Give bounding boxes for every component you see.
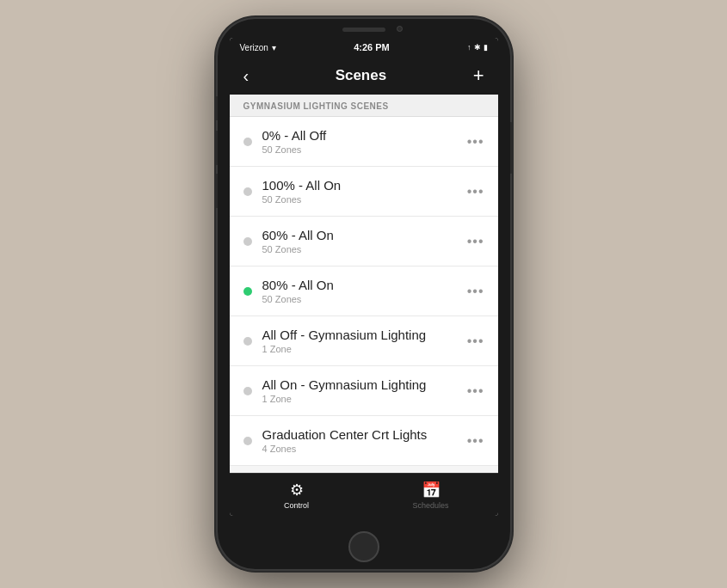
scene-item[interactable]: All On - Gymnasium Lighting1 Zone••• — [230, 366, 498, 416]
home-button[interactable] — [348, 531, 379, 562]
schedules-icon: 📅 — [422, 481, 441, 499]
scene-status-dot — [243, 187, 252, 196]
scene-item[interactable]: 60% - All On50 Zones••• — [230, 217, 498, 266]
status-bar: Verizon ▾ 4:26 PM ↑ ✱ ▮ — [230, 38, 498, 57]
status-right: ↑ ✱ ▮ — [467, 43, 488, 52]
tab-schedules[interactable]: 📅 Schedules — [364, 474, 498, 516]
scenes-content: GYMNASIUM LIGHTING SCENES 0% - All Off50… — [230, 95, 498, 473]
scene-more-button[interactable]: ••• — [460, 334, 484, 349]
scene-more-button[interactable]: ••• — [460, 433, 484, 449]
scene-name: All Off - Gymnasium Lighting — [262, 328, 460, 342]
scene-status-dot — [243, 387, 252, 395]
phone-frame: Verizon ▾ 4:26 PM ↑ ✱ ▮ ‹ Scenes + GYMNA… — [218, 19, 510, 569]
volume-up-button — [215, 131, 218, 165]
scene-status-dot — [243, 237, 252, 246]
scene-more-button[interactable]: ••• — [460, 184, 484, 199]
add-button[interactable]: + — [473, 64, 484, 87]
scene-info: 100% - All On50 Zones — [262, 178, 460, 205]
scene-item[interactable]: 0% - All Off50 Zones••• — [230, 117, 498, 167]
power-button — [510, 122, 513, 174]
tab-control-label: Control — [284, 501, 309, 510]
scene-info: All On - Gymnasium Lighting1 Zone — [262, 377, 460, 404]
nav-title: Scenes — [336, 67, 387, 84]
scene-item[interactable]: 100% - All On50 Zones••• — [230, 167, 498, 217]
scene-name: 100% - All On — [262, 178, 460, 193]
carrier-label: Verizon — [240, 43, 268, 52]
scene-zones: 50 Zones — [262, 144, 460, 155]
phone-screen: Verizon ▾ 4:26 PM ↑ ✱ ▮ ‹ Scenes + GYMNA… — [230, 38, 498, 516]
scene-more-button[interactable]: ••• — [460, 383, 484, 399]
scene-info: 60% - All On50 Zones — [262, 228, 460, 254]
tab-bar: ⚙ Control 📅 Schedules — [230, 473, 498, 516]
scene-zones: 4 Zones — [262, 444, 460, 454]
location-icon: ↑ — [467, 43, 471, 52]
tab-schedules-label: Schedules — [412, 501, 448, 510]
scene-status-dot — [243, 437, 252, 445]
scene-info: 0% - All Off50 Zones — [262, 128, 460, 155]
scene-item[interactable]: All Off - Gymnasium Lighting1 Zone••• — [230, 316, 498, 366]
section-header: GYMNASIUM LIGHTING SCENES — [230, 95, 498, 117]
earpiece — [342, 28, 385, 32]
status-left: Verizon ▾ — [240, 43, 276, 52]
scene-item[interactable]: Graduation Center Crt Lights4 Zones••• — [230, 416, 498, 466]
scene-zones: 1 Zone — [262, 394, 460, 404]
tab-control[interactable]: ⚙ Control — [230, 474, 364, 516]
scene-name: 80% - All On — [262, 278, 460, 292]
scene-zones: 50 Zones — [262, 194, 460, 205]
volume-down-button — [215, 174, 218, 208]
status-time: 4:26 PM — [354, 42, 390, 52]
wifi-icon: ▾ — [272, 43, 276, 52]
scene-name: 60% - All On — [262, 228, 460, 242]
scene-status-dot — [243, 337, 252, 346]
scene-zones: 50 Zones — [262, 244, 460, 254]
scene-status-dot — [243, 138, 252, 146]
mute-button — [215, 96, 218, 120]
scene-name: 0% - All Off — [262, 128, 460, 143]
scene-status-dot — [243, 287, 252, 296]
scene-more-button[interactable]: ••• — [460, 284, 484, 299]
battery-icon: ▮ — [484, 43, 488, 52]
scene-info: Graduation Center Crt Lights4 Zones — [262, 427, 460, 454]
scenes-list: 0% - All Off50 Zones•••100% - All On50 Z… — [230, 117, 498, 466]
control-icon: ⚙ — [290, 481, 304, 499]
scene-info: All Off - Gymnasium Lighting1 Zone — [262, 328, 460, 354]
scene-name: All On - Gymnasium Lighting — [262, 377, 460, 392]
scene-zones: 1 Zone — [262, 344, 460, 354]
scene-more-button[interactable]: ••• — [460, 234, 484, 249]
scene-more-button[interactable]: ••• — [460, 134, 484, 150]
scene-item[interactable]: 80% - All On50 Zones••• — [230, 266, 498, 316]
scene-name: Graduation Center Crt Lights — [262, 427, 460, 442]
scene-info: 80% - All On50 Zones — [262, 278, 460, 304]
nav-bar: ‹ Scenes + — [230, 57, 498, 95]
camera — [397, 26, 403, 32]
scene-zones: 50 Zones — [262, 294, 460, 304]
back-button[interactable]: ‹ — [243, 66, 250, 86]
bluetooth-icon: ✱ — [474, 43, 481, 52]
